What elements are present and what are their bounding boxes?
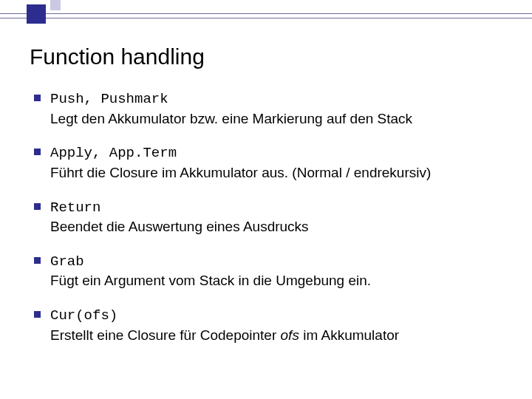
item-term: Return <box>50 200 100 216</box>
list-item: Grab Fügt ein Argument vom Stack in die … <box>30 253 502 290</box>
item-desc: Legt den Akkumulator bzw. eine Markierun… <box>50 111 412 126</box>
item-desc-post: im Akkumulator <box>299 327 399 343</box>
item-term: Grab <box>50 253 84 270</box>
item-term: Cur(ofs) <box>50 307 117 324</box>
item-desc: Erstellt eine Closure für Codepointer of… <box>50 327 399 343</box>
item-desc: Führt die Closure im Akkumulator aus. (N… <box>50 165 431 180</box>
decoration-square-large <box>27 4 46 24</box>
item-desc: Beendet die Auswertung eines Ausdrucks <box>50 219 309 234</box>
list-item: Cur(ofs) Erstellt eine Closure für Codep… <box>30 307 502 344</box>
item-term: Push, Pushmark <box>50 91 168 107</box>
item-term: Apply, App.Term <box>50 145 177 161</box>
decoration-square-small <box>50 0 61 10</box>
page-title: Function handling <box>30 44 502 69</box>
decoration-line <box>0 18 532 18</box>
decoration-line <box>0 13 532 14</box>
item-desc-em: ofs <box>281 327 299 343</box>
list-item: Push, Pushmark Legt den Akkumulator bzw.… <box>30 90 502 128</box>
item-desc: Fügt ein Argument vom Stack in die Umgeb… <box>50 273 371 288</box>
bullet-list: Push, Pushmark Legt den Akkumulator bzw.… <box>30 90 502 344</box>
list-item: Return Beendet die Auswertung eines Ausd… <box>30 199 502 236</box>
slide-content: Function handling Push, Pushmark Legt de… <box>30 44 502 361</box>
list-item: Apply, App.Term Führt die Closure im Akk… <box>30 144 502 182</box>
item-desc-pre: Erstellt eine Closure für Codepointer <box>50 327 281 343</box>
slide-decoration <box>0 0 532 37</box>
